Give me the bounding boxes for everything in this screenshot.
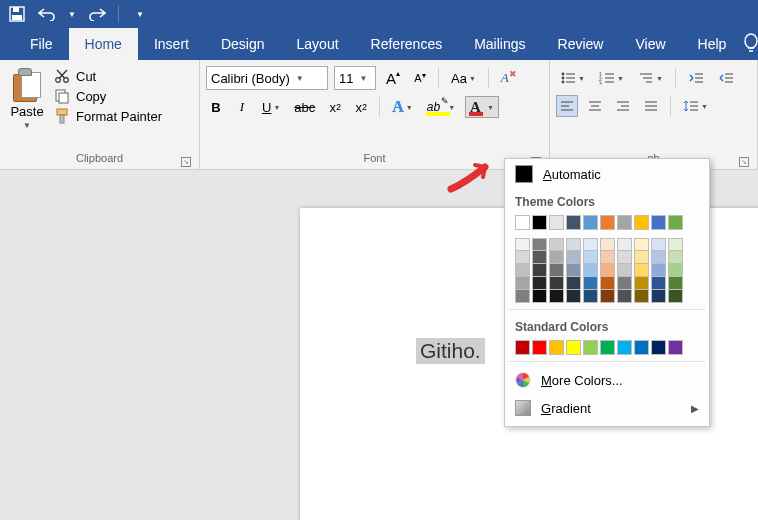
automatic-color-item[interactable]: Automatic: [505, 159, 709, 189]
tab-review[interactable]: Review: [542, 28, 620, 60]
color-swatch[interactable]: [600, 215, 615, 230]
color-swatch[interactable]: [532, 277, 547, 290]
color-swatch[interactable]: [549, 264, 564, 277]
color-swatch[interactable]: [583, 290, 598, 303]
color-swatch[interactable]: [668, 340, 683, 355]
color-swatch[interactable]: [583, 277, 598, 290]
color-swatch[interactable]: [634, 238, 649, 251]
color-swatch[interactable]: [549, 277, 564, 290]
redo-icon[interactable]: [88, 5, 106, 23]
justify-button[interactable]: [640, 95, 662, 117]
align-left-button[interactable]: [556, 95, 578, 117]
color-swatch[interactable]: [549, 340, 564, 355]
color-swatch[interactable]: [600, 251, 615, 264]
tab-file[interactable]: File: [14, 28, 69, 60]
color-swatch[interactable]: [634, 215, 649, 230]
color-swatch[interactable]: [583, 340, 598, 355]
qat-customize-icon[interactable]: ▼: [131, 5, 149, 23]
color-swatch[interactable]: [515, 277, 530, 290]
tab-mailings[interactable]: Mailings: [458, 28, 541, 60]
color-swatch[interactable]: [566, 340, 581, 355]
text-effects-button[interactable]: A▼: [388, 96, 417, 118]
color-swatch[interactable]: [566, 215, 581, 230]
strikethrough-button[interactable]: abc: [290, 96, 319, 118]
color-swatch[interactable]: [566, 238, 581, 251]
text-highlight-button[interactable]: ab ✎ ▼: [423, 96, 459, 118]
color-swatch[interactable]: [617, 340, 632, 355]
color-swatch[interactable]: [634, 277, 649, 290]
color-swatch[interactable]: [651, 238, 666, 251]
color-swatch[interactable]: [668, 238, 683, 251]
line-spacing-button[interactable]: ▼: [679, 95, 712, 117]
color-swatch[interactable]: [651, 215, 666, 230]
font-name-combo[interactable]: Calibri (Body)▼: [206, 66, 328, 90]
format-painter-button[interactable]: Format Painter: [54, 108, 162, 124]
color-swatch[interactable]: [515, 251, 530, 264]
color-swatch[interactable]: [583, 215, 598, 230]
color-swatch[interactable]: [668, 264, 683, 277]
color-swatch[interactable]: [617, 215, 632, 230]
color-swatch[interactable]: [515, 264, 530, 277]
tab-insert[interactable]: Insert: [138, 28, 205, 60]
bold-button[interactable]: B: [206, 96, 226, 118]
paste-dropdown-icon[interactable]: ▼: [23, 121, 31, 130]
align-center-button[interactable]: [584, 95, 606, 117]
color-swatch[interactable]: [532, 251, 547, 264]
shrink-font-button[interactable]: A▾: [410, 67, 430, 89]
color-swatch[interactable]: [668, 215, 683, 230]
subscript-button[interactable]: x2: [325, 96, 345, 118]
clear-formatting-button[interactable]: A✖: [497, 67, 521, 89]
color-swatch[interactable]: [668, 290, 683, 303]
color-swatch[interactable]: [651, 290, 666, 303]
color-swatch[interactable]: [566, 277, 581, 290]
undo-icon[interactable]: [38, 5, 56, 23]
color-swatch[interactable]: [515, 340, 530, 355]
tab-references[interactable]: References: [355, 28, 459, 60]
color-swatch[interactable]: [617, 290, 632, 303]
color-swatch[interactable]: [634, 340, 649, 355]
color-swatch[interactable]: [549, 215, 564, 230]
tab-design[interactable]: Design: [205, 28, 281, 60]
font-color-button[interactable]: A▼: [465, 96, 499, 118]
color-swatch[interactable]: [549, 251, 564, 264]
decrease-indent-button[interactable]: [684, 67, 708, 89]
italic-button[interactable]: I: [232, 96, 252, 118]
gradient-item[interactable]: Gradient ▶: [505, 394, 709, 422]
increase-indent-button[interactable]: [714, 67, 738, 89]
tell-me-icon[interactable]: [742, 28, 758, 60]
paste-button[interactable]: Paste ▼: [6, 64, 48, 151]
color-swatch[interactable]: [532, 238, 547, 251]
color-swatch[interactable]: [668, 277, 683, 290]
color-swatch[interactable]: [651, 340, 666, 355]
color-swatch[interactable]: [532, 290, 547, 303]
color-swatch[interactable]: [617, 264, 632, 277]
tab-layout[interactable]: Layout: [281, 28, 355, 60]
color-swatch[interactable]: [532, 215, 547, 230]
color-swatch[interactable]: [515, 238, 530, 251]
color-swatch[interactable]: [634, 290, 649, 303]
copy-button[interactable]: Copy: [54, 88, 162, 104]
color-swatch[interactable]: [566, 251, 581, 264]
color-swatch[interactable]: [617, 238, 632, 251]
numbering-button[interactable]: 123▼: [595, 67, 628, 89]
cut-button[interactable]: Cut: [54, 68, 162, 84]
color-swatch[interactable]: [668, 251, 683, 264]
color-swatch[interactable]: [600, 277, 615, 290]
superscript-button[interactable]: x2: [351, 96, 371, 118]
color-swatch[interactable]: [583, 264, 598, 277]
color-swatch[interactable]: [532, 340, 547, 355]
color-swatch[interactable]: [651, 277, 666, 290]
multilevel-list-button[interactable]: ▼: [634, 67, 667, 89]
color-swatch[interactable]: [651, 251, 666, 264]
save-icon[interactable]: [8, 5, 26, 23]
color-swatch[interactable]: [617, 277, 632, 290]
color-swatch[interactable]: [634, 264, 649, 277]
clipboard-dialog-launcher-icon[interactable]: ↘: [181, 157, 191, 167]
color-swatch[interactable]: [583, 251, 598, 264]
grow-font-button[interactable]: A▴: [382, 67, 404, 89]
paragraph-dialog-launcher-icon[interactable]: ↘: [739, 157, 749, 167]
color-swatch[interactable]: [515, 215, 530, 230]
color-swatch[interactable]: [583, 238, 598, 251]
color-swatch[interactable]: [549, 290, 564, 303]
color-swatch[interactable]: [515, 290, 530, 303]
